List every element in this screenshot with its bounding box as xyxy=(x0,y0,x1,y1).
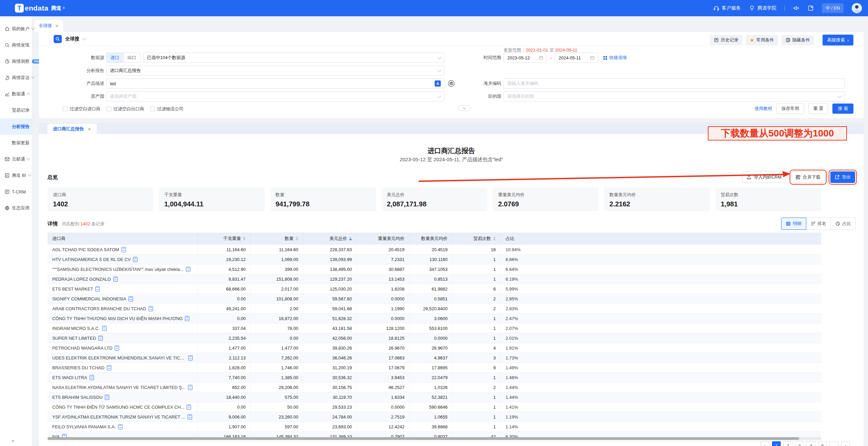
company-profile-icon[interactable] xyxy=(186,267,190,272)
tab-global-search[interactable]: 全球搜 ✕ xyxy=(34,20,63,32)
column-header-usd-total[interactable]: 美元总价 xyxy=(303,233,357,245)
company-profile-icon[interactable] xyxy=(149,306,153,311)
table-row[interactable]: YSF AYDINLATMA ELEKTRONIK TURIZM SANAYI … xyxy=(48,412,821,422)
chevron-down-icon[interactable] xyxy=(82,36,87,40)
company-profile-icon[interactable] xyxy=(187,405,191,410)
table-row[interactable]: CÔNG TY TNHH THƯƠNG MẠI DỊCH VỤ ĐIỆN MẠN… xyxy=(48,314,821,323)
table-row[interactable]: FEILO SYLVANIA PANAMA S.A.1,907.00597.00… xyxy=(48,422,821,432)
filter-blank-exporter-checkbox[interactable]: 过滤空白出口商 xyxy=(107,106,144,112)
history-button[interactable]: 历史记录 xyxy=(710,35,742,45)
fullscreen-button[interactable] xyxy=(808,5,814,11)
page-button[interactable]: … xyxy=(830,441,838,446)
company-profile-icon[interactable] xyxy=(115,346,119,351)
sidebar-item-trade-records[interactable]: 贸易记录 xyxy=(0,102,32,118)
view-ratio-button[interactable]: 占比 xyxy=(831,218,856,230)
export-button[interactable]: 导出 xyxy=(830,171,855,183)
language-toggle[interactable]: 中 / EN xyxy=(822,3,844,13)
column-header-kg-weight[interactable]: 千克重量 xyxy=(198,233,251,245)
date-from-input[interactable]: 2023-05-12 xyxy=(504,53,547,63)
destination-country-select[interactable]: 请选择目的国 xyxy=(504,91,845,101)
tab-importer-summary-report[interactable]: 进口商汇总报告 ✕ xyxy=(48,124,97,134)
data-source-select[interactable]: 已选中104个数据源 xyxy=(143,53,445,63)
company-profile-icon[interactable] xyxy=(102,326,107,331)
page-button[interactable]: › xyxy=(841,441,850,446)
company-profile-icon[interactable] xyxy=(188,414,192,420)
table-row[interactable]: NASA ELEKTRIK AYDINLATMA SANAYI VE TICAR… xyxy=(48,383,821,392)
product-desc-input[interactable]: led A xyxy=(106,78,445,89)
view-detail-button[interactable]: 明细 xyxy=(781,218,806,230)
announcement-button[interactable] xyxy=(793,5,799,11)
close-icon[interactable]: ✕ xyxy=(55,24,59,28)
close-icon[interactable]: ✕ xyxy=(88,127,91,131)
table-row[interactable]: ETS WADI LITRA7,740.001,385.0030,536.323… xyxy=(48,373,821,383)
translate-icon[interactable]: A xyxy=(435,80,441,87)
sidebar-item-radar[interactable]: 商情雷达 xyxy=(0,70,32,86)
sidebar-item-analysis-report[interactable]: 分析报告 xyxy=(0,118,32,135)
table-row[interactable]: CÔNG TY TNHH ĐIỆN TỬ SAMSUNG HCMC CE COM… xyxy=(48,402,821,412)
page-button[interactable]: ‹ xyxy=(760,441,769,446)
academy-button[interactable]: 腾道学院 xyxy=(749,5,776,11)
page-button[interactable]: 2 xyxy=(784,441,792,446)
sidebar-item-bi[interactable]: 腾道 BI xyxy=(0,167,32,184)
company-profile-icon[interactable] xyxy=(185,316,189,321)
company-profile-icon[interactable] xyxy=(188,385,192,390)
export-toggle[interactable]: 出口 xyxy=(123,53,140,62)
table-row[interactable]: ETS BRAHIM SALISSOU18,440.00575.0030,119… xyxy=(48,392,821,402)
hide-conditions-button[interactable]: 隐藏条件 xyxy=(781,35,814,45)
scrollbar-thumb[interactable] xyxy=(48,437,799,440)
tendata-logo[interactable]: T endata 腾道 ® xyxy=(15,4,65,13)
company-profile-icon[interactable] xyxy=(121,247,126,252)
image-search-icon[interactable] xyxy=(448,80,455,87)
table-row[interactable]: PEDRAJA LOPEZ GONZALO9,831.47151,808.001… xyxy=(48,274,821,284)
date-to-input[interactable]: 2024-05-11 xyxy=(555,53,598,63)
table-row[interactable]: """SAMSUNG ELECTRONICS UZBEKISTAN"" mas`… xyxy=(48,264,821,274)
company-profile-icon[interactable] xyxy=(113,277,118,282)
filter-logistics-checkbox[interactable]: 过滤物流公司 xyxy=(150,106,184,112)
sidebar-item-cloud-mail[interactable]: 云邮通 xyxy=(0,151,32,167)
company-profile-icon[interactable] xyxy=(98,336,103,341)
table-row[interactable]: ETS BEST MARKET68,666.002,017.00125,030.… xyxy=(48,284,821,294)
page-button[interactable]: 4 xyxy=(807,441,815,446)
sidebar-item-eco-apps[interactable]: 生态应用 xyxy=(0,200,32,216)
advanced-search-button[interactable]: 高级搜索› xyxy=(823,35,853,45)
table-row[interactable]: PETROCHAD MANGARA LTD1,477.001,477.0039,… xyxy=(48,343,821,353)
user-avatar[interactable] xyxy=(852,3,862,13)
sidebar-item-insight[interactable]: 商情洞察PRO xyxy=(0,53,32,70)
page-button[interactable]: 1 xyxy=(772,441,781,446)
origin-country-select[interactable]: 请选择原产国 xyxy=(106,91,445,101)
company-profile-icon[interactable] xyxy=(129,296,133,301)
customer-service-button[interactable]: 客户服务 xyxy=(713,5,741,11)
table-row[interactable]: SUPER NET LIMITED2,235.540.0042,056.0018… xyxy=(48,333,821,343)
collapse-panel-button[interactable] xyxy=(458,105,470,111)
filter-blank-importer-checkbox[interactable]: 过滤空白进口商 xyxy=(63,106,100,112)
company-profile-icon[interactable] xyxy=(118,424,122,429)
company-profile-icon[interactable] xyxy=(95,286,100,292)
table-row[interactable]: N/A166,163.18145,394.32131,389.100.79070… xyxy=(48,432,821,442)
tutorial-link[interactable]: 使用教程 xyxy=(755,106,772,112)
import-to-crm-button[interactable]: 导入内部CRM xyxy=(742,171,786,183)
page-button[interactable]: 3 xyxy=(795,441,804,446)
company-profile-icon[interactable] xyxy=(107,365,111,370)
company-profile-icon[interactable] xyxy=(133,257,137,262)
company-profile-icon[interactable] xyxy=(105,395,109,400)
hs-code-input[interactable]: 请输入海关编码 xyxy=(504,78,845,89)
quick-options-link[interactable]: 快捷选项 xyxy=(603,55,627,61)
import-toggle[interactable]: 进口 xyxy=(107,53,123,62)
sidebar-item-data-update[interactable]: 数据更新 xyxy=(0,135,32,151)
table-row[interactable]: BRASSERIES DU TCHAD1,828.001,746.0031,20… xyxy=(48,363,821,373)
view-rank-button[interactable]: 排名 xyxy=(806,218,831,230)
merge-download-button[interactable]: 合并下载 xyxy=(791,171,825,183)
table-row[interactable]: ARAB CONTRACTORS BRANCHE DU TCHAD49,241.… xyxy=(48,304,821,314)
table-row[interactable]: HTV LATINOAMERICA S DE RL DE CV19,230.12… xyxy=(48,255,821,264)
company-profile-icon[interactable] xyxy=(188,355,193,360)
sidebar-item-datapass[interactable]: 数据通 xyxy=(0,86,32,102)
sidebar-item-discovery[interactable]: 商情发现 xyxy=(0,37,32,53)
table-row[interactable]: UDES ELEKTRIK ELEKTRONIK MÜHENDISLIK SAN… xyxy=(48,353,821,363)
report-type-select[interactable]: 进口商汇总报告 xyxy=(106,66,445,76)
save-favorite-button[interactable]: 保存常用 xyxy=(776,103,804,114)
favorite-conditions-button[interactable]: ★ 常用条件 xyxy=(746,35,778,45)
company-profile-icon[interactable] xyxy=(90,375,94,380)
column-header-trade-count[interactable]: 贸易次数 xyxy=(453,233,501,245)
sidebar-item-my-account[interactable]: 我的账户 xyxy=(0,21,32,37)
sidebar-item-tcrm[interactable]: T-CRM xyxy=(0,184,32,200)
